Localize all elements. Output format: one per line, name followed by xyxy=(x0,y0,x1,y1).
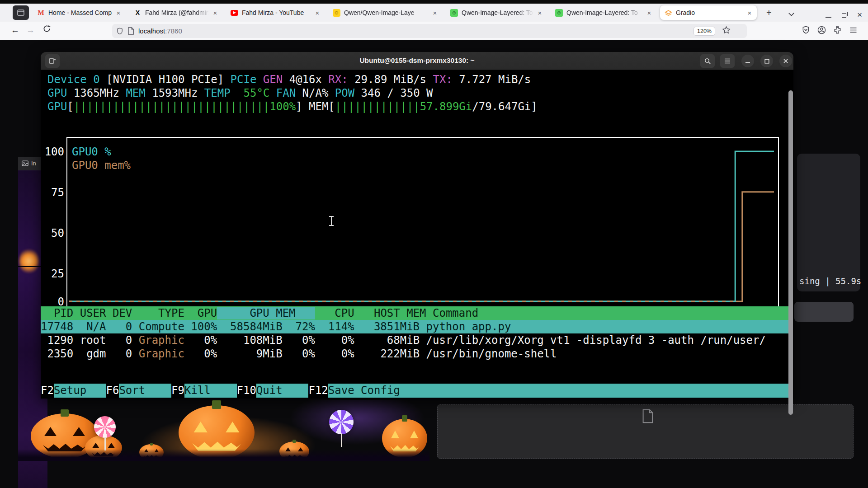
gpu-usage-chart: GPU0 %GPU0 mem% xyxy=(66,137,779,314)
process-row-selected[interactable]: 17748 N/A 0 Compute 100% 58584MiB 72% 11… xyxy=(41,320,788,333)
terminal-titlebar[interactable]: Ubuntu@0155-dsm-prxmx30130: ~ xyxy=(41,52,793,70)
tab-close-icon[interactable]: × xyxy=(314,9,321,17)
massed-compute-icon: M xyxy=(37,9,45,17)
nvtop-info-line-3: GPU[||||||||||||||||||||||||||||||100%] … xyxy=(47,100,538,113)
processing-status-text: sing | 55.9s xyxy=(799,276,861,286)
hamburger-icon xyxy=(724,58,731,64)
tab-title: Fahd Mirza (@fahdmirza) xyxy=(145,9,209,16)
fkey-f9: F9 xyxy=(171,384,184,398)
process-table-header: PID USER DEV TYPE GPU GPU MEM CPU HOST M… xyxy=(41,306,788,320)
gradio-action-button[interactable] xyxy=(794,302,854,322)
reload-button[interactable] xyxy=(42,24,51,33)
tab-title: Home - Massed Compute xyxy=(48,9,112,16)
huggingface-icon: ☺ xyxy=(333,9,340,17)
url-host: localhost xyxy=(138,27,165,35)
terminal-menu-button[interactable] xyxy=(720,54,735,68)
chart-legend-mem: GPU0 mem% xyxy=(72,159,131,172)
hf-space-icon: ☺ xyxy=(555,9,563,17)
text-cursor-icon xyxy=(329,216,334,226)
gradio-output-panel: sing | 55.9s xyxy=(797,154,860,291)
tab-title: Gradio xyxy=(676,9,743,16)
tab-qwen-qwen-image-laye[interactable]: ☺Qwen/Qwen-Image-Laye× xyxy=(328,5,442,20)
restore-button[interactable] xyxy=(842,13,846,18)
fkey-action-kill: Kill xyxy=(184,384,237,398)
tab-gradio[interactable]: Gradio× xyxy=(660,5,757,20)
terminal-maximize-button[interactable] xyxy=(760,55,773,67)
terminal-title: Ubuntu@0155-dsm-prxmx30130: ~ xyxy=(41,56,793,65)
nvtop-function-bar: F2Setup F6Sort F9Kill F10Quit F12Save Co… xyxy=(41,384,788,398)
terminal-content[interactable]: GPU0 %GPU0 mem% 1007550250 PID USER DEV … xyxy=(41,70,793,399)
tab-qwen-image-layered-to[interactable]: ☺Qwen-Image-Layered: To× xyxy=(551,5,656,20)
fkey-action-setup: Setup xyxy=(54,384,106,398)
fkey-action-sort: Sort xyxy=(119,384,171,398)
tab-close-icon[interactable]: × xyxy=(431,9,439,17)
tab-list-chevron-icon[interactable] xyxy=(788,10,794,16)
input-image-label: In xyxy=(31,160,36,167)
fkey-action-quit: Quit xyxy=(256,384,309,398)
image-icon xyxy=(22,160,28,166)
minimize-button[interactable] xyxy=(826,17,831,18)
tab-home-massed-compute[interactable]: MHome - Massed Compute× xyxy=(33,5,126,20)
process-row[interactable]: 2350 gdm 0 Graphic 0% 9MiB 0% 0% 222MiB … xyxy=(41,347,788,361)
gradio-icon xyxy=(665,9,672,17)
artwork-ground xyxy=(18,449,429,461)
tab-close-icon[interactable]: × xyxy=(746,9,753,17)
zoom-level-badge[interactable]: 120% xyxy=(693,27,715,36)
tab-title: Qwen-Image-Layered: To xyxy=(566,9,643,16)
window-top-edge xyxy=(0,0,868,4)
terminal-close-button[interactable] xyxy=(779,55,792,67)
new-tab-button[interactable]: + xyxy=(766,8,772,17)
halloween-artwork[interactable] xyxy=(18,400,429,461)
tab-close-icon[interactable]: × xyxy=(115,9,122,17)
x-logo-icon: X xyxy=(134,9,142,17)
tab-fahd-mirza-fahdmirza[interactable]: XFahd Mirza (@fahdmirza)× xyxy=(129,5,222,20)
pocket-shield-icon[interactable] xyxy=(801,25,811,35)
hf-space-icon: ☺ xyxy=(450,9,458,17)
terminal-window: Ubuntu@0155-dsm-prxmx30130: ~ GPU0 %GPU0… xyxy=(41,52,793,399)
y-axis-label: 50 xyxy=(44,226,64,240)
url-port: :7860 xyxy=(165,27,182,35)
reload-icon xyxy=(42,24,51,33)
image-glow xyxy=(19,248,39,274)
sort-column-highlight: GPU MEM xyxy=(217,307,315,319)
tab-fahd-mirza-youtube[interactable]: Fahd Mirza - YouTube× xyxy=(226,5,325,20)
tab-close-icon[interactable]: × xyxy=(212,9,219,17)
shield-permissions-icon[interactable] xyxy=(116,27,124,35)
bookmark-star-icon[interactable] xyxy=(722,26,731,34)
search-icon xyxy=(704,58,711,65)
page-info-icon[interactable] xyxy=(127,27,134,35)
extensions-puzzle-icon[interactable] xyxy=(833,25,842,35)
file-icon xyxy=(642,409,654,423)
forward-button[interactable]: → xyxy=(26,25,35,35)
y-axis-label: 75 xyxy=(44,186,64,199)
tab-close-icon[interactable]: × xyxy=(646,9,653,17)
tab-qwen-image-layered-to[interactable]: ☺Qwen-Image-Layered: To× xyxy=(446,5,547,20)
lollipop xyxy=(329,410,354,434)
menu-hamburger-icon[interactable] xyxy=(849,25,858,35)
terminal-minimize-button[interactable] xyxy=(741,55,754,67)
browser-toolbar: ← → localhost:7860 120% xyxy=(0,22,868,40)
browser-tab-bar: MHome - Massed Compute×XFahd Mirza (@fah… xyxy=(0,4,868,22)
url-bar[interactable]: localhost:7860 120% xyxy=(112,24,747,38)
chart-legend-gpu: GPU0 % xyxy=(72,145,111,159)
tab-close-icon[interactable]: × xyxy=(536,9,543,17)
firefox-view-button[interactable] xyxy=(13,5,29,20)
tab-title: Fahd Mirza - YouTube xyxy=(242,9,311,16)
fkey-f6: F6 xyxy=(106,384,119,398)
y-axis-label: 25 xyxy=(44,267,64,281)
nvtop-info-line-1: Device 0 [NVIDIA H100 PCIe] PCIe GEN 4@1… xyxy=(47,73,531,86)
firefox-view-icon xyxy=(17,9,25,17)
lollipop xyxy=(94,416,116,438)
nvtop-info-line-2: GPU 1365MHz MEM 1593MHz TEMP 55°C FAN N/… xyxy=(47,86,433,100)
account-icon[interactable] xyxy=(817,25,826,35)
youtube-icon xyxy=(231,10,238,16)
fkey-f10: F10 xyxy=(237,384,256,398)
terminal-search-button[interactable] xyxy=(700,54,715,68)
back-button[interactable]: ← xyxy=(11,25,19,35)
y-axis-label: 100 xyxy=(44,145,64,159)
tab-title: Qwen-Image-Layered: To xyxy=(462,9,533,16)
terminal-scrollbar[interactable] xyxy=(788,90,793,415)
close-button[interactable]: × xyxy=(857,10,862,20)
fkey-f2: F2 xyxy=(41,384,54,398)
process-row[interactable]: 1290 root 0 Graphic 0% 108MiB 0% 0% 68Mi… xyxy=(41,333,788,347)
